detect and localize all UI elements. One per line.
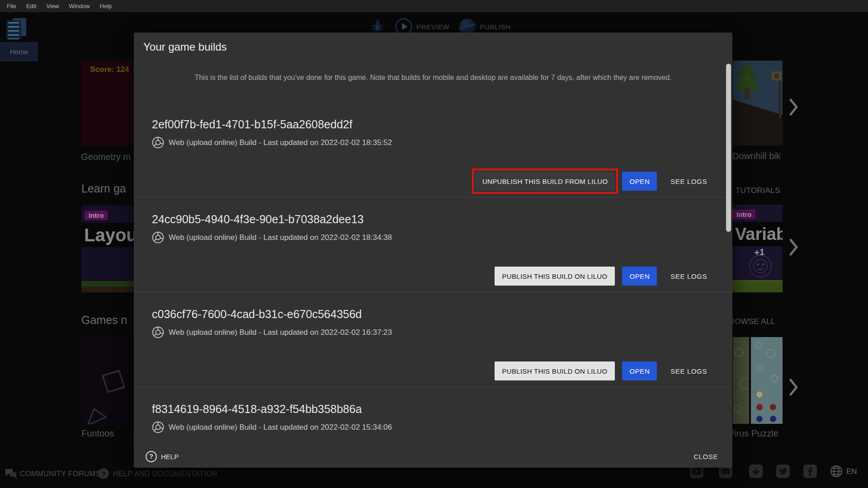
chrome-browser-icon bbox=[152, 326, 164, 338]
build-id: 24cc90b5-4940-4f3e-90e1-b7038a2dee13 bbox=[152, 213, 710, 226]
dialog-title: Your game builds bbox=[143, 41, 227, 53]
builds-list: 2ef00f7b-fed1-4701-b15f-5aa2608edd2f Web… bbox=[134, 103, 732, 455]
unpublish-label: UNPUBLISH THIS BUILD FROM LILUO bbox=[482, 178, 608, 185]
game-builds-dialog: Your game builds This is the list of bui… bbox=[134, 33, 732, 468]
dialog-actions-bar: ? HELP CLOSE bbox=[134, 445, 732, 468]
open-build-button[interactable]: OPEN bbox=[622, 267, 657, 286]
build-row: c036cf76-7600-4cad-b31c-e670c564356d Web… bbox=[134, 292, 732, 387]
chrome-browser-icon bbox=[152, 231, 164, 244]
open-build-button[interactable]: OPEN bbox=[622, 172, 657, 191]
unpublish-build-button[interactable]: UNPUBLISH THIS BUILD FROM LILUO bbox=[475, 172, 615, 191]
app-window: File Edit View Window Help Home PREVIEW bbox=[0, 0, 868, 488]
see-logs-button[interactable]: SEE LOGS bbox=[668, 172, 710, 191]
help-question-icon: ? bbox=[146, 451, 157, 462]
close-button[interactable]: CLOSE bbox=[691, 452, 721, 461]
dialog-description: This is the list of builds that you've d… bbox=[168, 72, 698, 83]
see-logs-button[interactable]: SEE LOGS bbox=[668, 267, 710, 286]
chrome-browser-icon bbox=[152, 136, 164, 149]
build-id: c036cf76-7600-4cad-b31c-e670c564356d bbox=[152, 308, 710, 321]
build-row: 24cc90b5-4940-4f3e-90e1-b7038a2dee13 Web… bbox=[134, 197, 732, 292]
chrome-browser-icon bbox=[152, 421, 164, 433]
publish-build-button[interactable]: PUBLISH THIS BUILD ON LILUO bbox=[495, 361, 615, 380]
build-id: f8314619-8964-4518-a932-f54bb358b86a bbox=[152, 403, 710, 416]
build-row: 2ef00f7b-fed1-4701-b15f-5aa2608edd2f Web… bbox=[134, 103, 732, 197]
build-info: Web (upload online) Build - Last updated… bbox=[169, 328, 392, 337]
build-info: Web (upload online) Build - Last updated… bbox=[169, 233, 392, 242]
build-info: Web (upload online) Build - Last updated… bbox=[169, 423, 392, 432]
modal-scrollbar-thumb[interactable] bbox=[726, 64, 731, 232]
build-info: Web (upload online) Build - Last updated… bbox=[169, 138, 392, 147]
see-logs-button[interactable]: SEE LOGS bbox=[668, 361, 710, 380]
build-id: 2ef00f7b-fed1-4701-b15f-5aa2608edd2f bbox=[152, 118, 710, 131]
help-label: HELP bbox=[161, 453, 179, 460]
help-button[interactable]: ? HELP bbox=[146, 451, 179, 462]
open-build-button[interactable]: OPEN bbox=[622, 361, 657, 380]
publish-build-button[interactable]: PUBLISH THIS BUILD ON LILUO bbox=[495, 267, 615, 286]
